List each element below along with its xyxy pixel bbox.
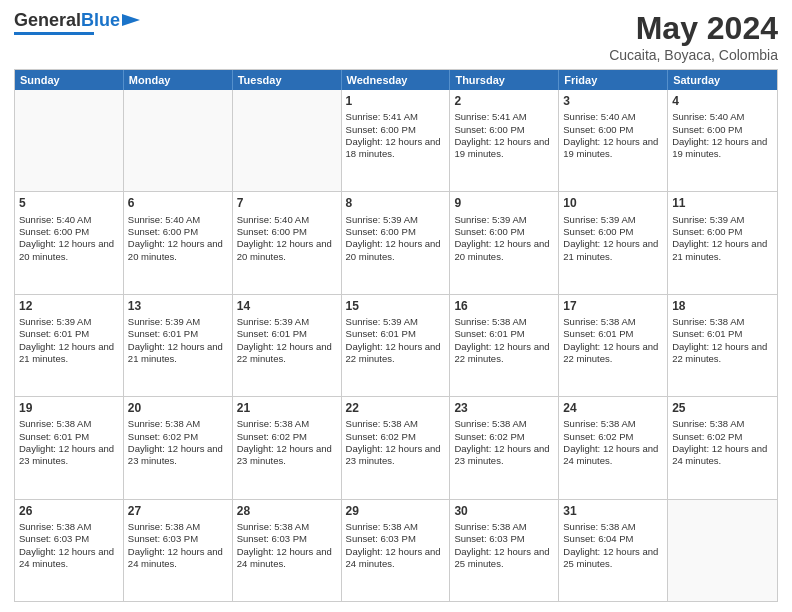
day-number: 1 <box>346 93 446 109</box>
month-title: May 2024 <box>609 10 778 47</box>
day-number: 29 <box>346 503 446 519</box>
day-cell-11: 11Sunrise: 5:39 AM Sunset: 6:00 PM Dayli… <box>668 192 777 293</box>
calendar-body: 1Sunrise: 5:41 AM Sunset: 6:00 PM Daylig… <box>15 90 777 601</box>
day-number: 9 <box>454 195 554 211</box>
cell-info: Sunrise: 5:38 AM Sunset: 6:04 PM Dayligh… <box>563 521 663 570</box>
day-cell-3: 3Sunrise: 5:40 AM Sunset: 6:00 PM Daylig… <box>559 90 668 191</box>
day-cell-24: 24Sunrise: 5:38 AM Sunset: 6:02 PM Dayli… <box>559 397 668 498</box>
day-cell-20: 20Sunrise: 5:38 AM Sunset: 6:02 PM Dayli… <box>124 397 233 498</box>
cell-info: Sunrise: 5:41 AM Sunset: 6:00 PM Dayligh… <box>454 111 554 160</box>
day-cell-25: 25Sunrise: 5:38 AM Sunset: 6:02 PM Dayli… <box>668 397 777 498</box>
cell-info: Sunrise: 5:39 AM Sunset: 6:00 PM Dayligh… <box>346 214 446 263</box>
day-number: 12 <box>19 298 119 314</box>
cell-info: Sunrise: 5:40 AM Sunset: 6:00 PM Dayligh… <box>128 214 228 263</box>
day-cell-6: 6Sunrise: 5:40 AM Sunset: 6:00 PM Daylig… <box>124 192 233 293</box>
day-number: 3 <box>563 93 663 109</box>
cell-info: Sunrise: 5:40 AM Sunset: 6:00 PM Dayligh… <box>672 111 773 160</box>
cell-info: Sunrise: 5:38 AM Sunset: 6:03 PM Dayligh… <box>454 521 554 570</box>
cell-info: Sunrise: 5:38 AM Sunset: 6:02 PM Dayligh… <box>128 418 228 467</box>
cell-info: Sunrise: 5:40 AM Sunset: 6:00 PM Dayligh… <box>19 214 119 263</box>
empty-cell <box>15 90 124 191</box>
cell-info: Sunrise: 5:39 AM Sunset: 6:00 PM Dayligh… <box>563 214 663 263</box>
day-number: 11 <box>672 195 773 211</box>
calendar-header: SundayMondayTuesdayWednesdayThursdayFrid… <box>15 70 777 90</box>
day-cell-28: 28Sunrise: 5:38 AM Sunset: 6:03 PM Dayli… <box>233 500 342 601</box>
empty-cell <box>668 500 777 601</box>
day-number: 10 <box>563 195 663 211</box>
day-number: 15 <box>346 298 446 314</box>
day-cell-27: 27Sunrise: 5:38 AM Sunset: 6:03 PM Dayli… <box>124 500 233 601</box>
day-cell-31: 31Sunrise: 5:38 AM Sunset: 6:04 PM Dayli… <box>559 500 668 601</box>
location-subtitle: Cucaita, Boyaca, Colombia <box>609 47 778 63</box>
cell-info: Sunrise: 5:38 AM Sunset: 6:02 PM Dayligh… <box>563 418 663 467</box>
day-cell-15: 15Sunrise: 5:39 AM Sunset: 6:01 PM Dayli… <box>342 295 451 396</box>
cell-info: Sunrise: 5:38 AM Sunset: 6:03 PM Dayligh… <box>237 521 337 570</box>
day-number: 23 <box>454 400 554 416</box>
weekday-header-friday: Friday <box>559 70 668 90</box>
calendar: SundayMondayTuesdayWednesdayThursdayFrid… <box>14 69 778 602</box>
cell-info: Sunrise: 5:40 AM Sunset: 6:00 PM Dayligh… <box>237 214 337 263</box>
empty-cell <box>233 90 342 191</box>
day-number: 30 <box>454 503 554 519</box>
weekday-header-thursday: Thursday <box>450 70 559 90</box>
day-number: 6 <box>128 195 228 211</box>
cell-info: Sunrise: 5:38 AM Sunset: 6:02 PM Dayligh… <box>346 418 446 467</box>
cell-info: Sunrise: 5:38 AM Sunset: 6:02 PM Dayligh… <box>237 418 337 467</box>
weekday-header-tuesday: Tuesday <box>233 70 342 90</box>
cell-info: Sunrise: 5:38 AM Sunset: 6:03 PM Dayligh… <box>19 521 119 570</box>
logo-arrow-icon <box>122 12 140 28</box>
cell-info: Sunrise: 5:38 AM Sunset: 6:02 PM Dayligh… <box>672 418 773 467</box>
day-cell-29: 29Sunrise: 5:38 AM Sunset: 6:03 PM Dayli… <box>342 500 451 601</box>
day-cell-9: 9Sunrise: 5:39 AM Sunset: 6:00 PM Daylig… <box>450 192 559 293</box>
calendar-row-1: 5Sunrise: 5:40 AM Sunset: 6:00 PM Daylig… <box>15 191 777 293</box>
header: General Blue May 2024 Cucaita, Boyaca, C… <box>14 10 778 63</box>
calendar-row-0: 1Sunrise: 5:41 AM Sunset: 6:00 PM Daylig… <box>15 90 777 191</box>
cell-info: Sunrise: 5:39 AM Sunset: 6:00 PM Dayligh… <box>672 214 773 263</box>
day-cell-7: 7Sunrise: 5:40 AM Sunset: 6:00 PM Daylig… <box>233 192 342 293</box>
day-cell-22: 22Sunrise: 5:38 AM Sunset: 6:02 PM Dayli… <box>342 397 451 498</box>
svg-marker-0 <box>122 14 140 26</box>
logo-underline <box>14 32 94 35</box>
logo-general-text: General <box>14 10 81 31</box>
day-cell-1: 1Sunrise: 5:41 AM Sunset: 6:00 PM Daylig… <box>342 90 451 191</box>
cell-info: Sunrise: 5:38 AM Sunset: 6:01 PM Dayligh… <box>563 316 663 365</box>
day-cell-5: 5Sunrise: 5:40 AM Sunset: 6:00 PM Daylig… <box>15 192 124 293</box>
day-number: 16 <box>454 298 554 314</box>
weekday-header-wednesday: Wednesday <box>342 70 451 90</box>
weekday-header-monday: Monday <box>124 70 233 90</box>
day-cell-13: 13Sunrise: 5:39 AM Sunset: 6:01 PM Dayli… <box>124 295 233 396</box>
day-number: 26 <box>19 503 119 519</box>
day-number: 28 <box>237 503 337 519</box>
cell-info: Sunrise: 5:40 AM Sunset: 6:00 PM Dayligh… <box>563 111 663 160</box>
cell-info: Sunrise: 5:39 AM Sunset: 6:01 PM Dayligh… <box>346 316 446 365</box>
day-number: 8 <box>346 195 446 211</box>
weekday-header-sunday: Sunday <box>15 70 124 90</box>
cell-info: Sunrise: 5:38 AM Sunset: 6:01 PM Dayligh… <box>672 316 773 365</box>
cell-info: Sunrise: 5:41 AM Sunset: 6:00 PM Dayligh… <box>346 111 446 160</box>
day-number: 24 <box>563 400 663 416</box>
cell-info: Sunrise: 5:39 AM Sunset: 6:01 PM Dayligh… <box>19 316 119 365</box>
day-number: 17 <box>563 298 663 314</box>
day-number: 27 <box>128 503 228 519</box>
day-number: 5 <box>19 195 119 211</box>
day-cell-17: 17Sunrise: 5:38 AM Sunset: 6:01 PM Dayli… <box>559 295 668 396</box>
day-cell-26: 26Sunrise: 5:38 AM Sunset: 6:03 PM Dayli… <box>15 500 124 601</box>
empty-cell <box>124 90 233 191</box>
calendar-row-4: 26Sunrise: 5:38 AM Sunset: 6:03 PM Dayli… <box>15 499 777 601</box>
day-cell-18: 18Sunrise: 5:38 AM Sunset: 6:01 PM Dayli… <box>668 295 777 396</box>
cell-info: Sunrise: 5:39 AM Sunset: 6:01 PM Dayligh… <box>237 316 337 365</box>
calendar-row-2: 12Sunrise: 5:39 AM Sunset: 6:01 PM Dayli… <box>15 294 777 396</box>
weekday-header-saturday: Saturday <box>668 70 777 90</box>
day-number: 18 <box>672 298 773 314</box>
cell-info: Sunrise: 5:38 AM Sunset: 6:03 PM Dayligh… <box>128 521 228 570</box>
cell-info: Sunrise: 5:38 AM Sunset: 6:03 PM Dayligh… <box>346 521 446 570</box>
cell-info: Sunrise: 5:38 AM Sunset: 6:01 PM Dayligh… <box>19 418 119 467</box>
day-cell-4: 4Sunrise: 5:40 AM Sunset: 6:00 PM Daylig… <box>668 90 777 191</box>
day-cell-30: 30Sunrise: 5:38 AM Sunset: 6:03 PM Dayli… <box>450 500 559 601</box>
day-number: 13 <box>128 298 228 314</box>
cell-info: Sunrise: 5:39 AM Sunset: 6:01 PM Dayligh… <box>128 316 228 365</box>
logo: General Blue <box>14 10 140 35</box>
day-cell-23: 23Sunrise: 5:38 AM Sunset: 6:02 PM Dayli… <box>450 397 559 498</box>
day-cell-21: 21Sunrise: 5:38 AM Sunset: 6:02 PM Dayli… <box>233 397 342 498</box>
day-number: 7 <box>237 195 337 211</box>
